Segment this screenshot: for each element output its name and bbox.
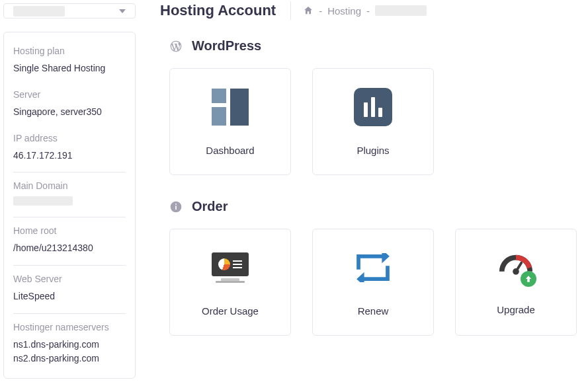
- info-label: Hosting plan: [13, 46, 126, 61]
- info-value: Single Shared Hosting: [13, 61, 126, 76]
- info-value: 46.17.172.191: [13, 149, 126, 163]
- order-usage-icon: [211, 248, 249, 287]
- breadcrumb-current-redacted: [375, 5, 427, 16]
- info-label: Home root: [13, 225, 126, 241]
- info-value: LiteSpeed: [13, 289, 126, 304]
- section-title-order: Order: [192, 199, 228, 214]
- breadcrumb-sep: -: [366, 5, 370, 17]
- info-block: ServerSingapore, server350: [13, 85, 126, 129]
- info-block: Main Domain: [13, 176, 126, 217]
- info-block: IP address46.17.172.191: [13, 129, 126, 173]
- breadcrumb: - Hosting -: [290, 1, 427, 20]
- dashboard-icon: [211, 88, 249, 126]
- section-title-wordpress: WordPress: [192, 38, 261, 54]
- info-label: Hostinger nameservers: [13, 322, 126, 338]
- info-label: Server: [13, 89, 126, 105]
- info-label: IP address: [13, 133, 126, 149]
- info-value: ns1.dns-parking.com: [13, 338, 126, 352]
- card-plugins[interactable]: Plugins: [312, 68, 434, 175]
- card-upgrade[interactable]: Upgrade: [455, 229, 577, 336]
- account-selector-dropdown[interactable]: [3, 3, 136, 19]
- info-block: Hostinger nameserversns1.dns-parking.com…: [13, 318, 126, 375]
- info-label: Web Server: [13, 274, 126, 289]
- upgrade-badge-icon: [521, 271, 536, 287]
- info-label: Main Domain: [13, 180, 126, 196]
- svg-rect-1: [175, 206, 177, 210]
- home-icon[interactable]: [303, 5, 314, 16]
- svg-rect-4: [515, 261, 523, 272]
- breadcrumb-sep: -: [319, 5, 322, 17]
- plugins-icon: [354, 88, 392, 126]
- page-header: Hosting Account - Hosting -: [160, 1, 588, 34]
- card-renew[interactable]: Renew: [312, 229, 434, 336]
- renew-icon: [354, 248, 392, 287]
- wordpress-icon: [169, 40, 183, 53]
- card-dashboard[interactable]: Dashboard: [169, 68, 291, 175]
- breadcrumb-hosting[interactable]: Hosting: [327, 5, 361, 17]
- section-head-order: Order: [169, 195, 584, 229]
- card-label: Upgrade: [497, 304, 535, 315]
- section-head-wordpress: WordPress: [169, 34, 584, 68]
- card-label: Order Usage: [202, 305, 259, 317]
- card-label: Plugins: [357, 145, 389, 156]
- info-value-redacted: [13, 196, 73, 206]
- info-block: Web ServerLiteSpeed: [13, 270, 126, 314]
- upgrade-icon: [497, 250, 535, 286]
- card-label: Renew: [358, 305, 389, 317]
- info-block: Hosting planSingle Shared Hosting: [13, 42, 126, 85]
- info-value: Singapore, server350: [13, 105, 126, 120]
- account-info-card: Hosting planSingle Shared HostingServerS…: [3, 32, 136, 379]
- page-title: Hosting Account: [160, 2, 276, 19]
- info-block: Home root/home/u213214380: [13, 221, 126, 266]
- info-value: ns2.dns-parking.com: [13, 352, 126, 366]
- card-label: Dashboard: [206, 145, 254, 156]
- info-icon: [169, 200, 183, 213]
- svg-rect-2: [175, 204, 177, 205]
- chevron-down-icon: [119, 9, 126, 13]
- dropdown-selected-redacted: [13, 6, 65, 17]
- info-value: /home/u213214380: [13, 241, 126, 256]
- card-order-usage[interactable]: Order Usage: [169, 229, 291, 336]
